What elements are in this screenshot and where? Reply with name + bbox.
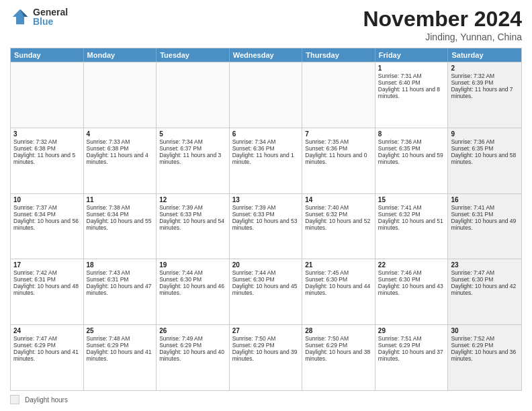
- day-info: Sunset: 6:33 PM: [159, 211, 226, 218]
- calendar-cell: 6Sunrise: 7:34 AMSunset: 6:36 PMDaylight…: [230, 128, 303, 193]
- calendar-cell: 7Sunrise: 7:35 AMSunset: 6:36 PMDaylight…: [302, 128, 375, 193]
- day-number: 17: [13, 261, 81, 269]
- day-info: Daylight: 10 hours and 45 minutes.: [232, 283, 300, 296]
- day-info: Sunrise: 7:47 AM: [13, 335, 81, 342]
- calendar-row: 3Sunrise: 7:32 AMSunset: 6:38 PMDaylight…: [11, 128, 521, 193]
- day-info: Sunset: 6:31 PM: [13, 276, 81, 283]
- calendar-cell: 30Sunrise: 7:52 AMSunset: 6:29 PMDayligh…: [448, 325, 521, 390]
- day-info: Daylight: 10 hours and 36 minutes.: [451, 349, 519, 362]
- calendar-cell: [84, 62, 157, 128]
- day-info: Daylight: 10 hours and 58 minutes.: [451, 152, 519, 165]
- day-info: Daylight: 10 hours and 41 minutes.: [13, 349, 81, 362]
- day-info: Sunrise: 7:43 AM: [87, 269, 154, 276]
- day-info: Daylight: 11 hours and 0 minutes.: [305, 152, 372, 165]
- day-info: Sunrise: 7:52 AM: [451, 335, 519, 342]
- day-info: Daylight: 10 hours and 55 minutes.: [87, 218, 154, 231]
- day-info: Daylight: 10 hours and 49 minutes.: [451, 218, 519, 231]
- day-info: Sunset: 6:34 PM: [13, 211, 81, 218]
- calendar-header-cell: Wednesday: [230, 48, 303, 62]
- day-info: Sunrise: 7:36 AM: [378, 138, 445, 145]
- day-info: Sunrise: 7:33 AM: [87, 138, 154, 145]
- calendar-cell: [157, 62, 230, 128]
- day-info: Sunrise: 7:31 AM: [378, 73, 445, 79]
- day-number: 10: [13, 196, 81, 203]
- day-number: 11: [87, 196, 154, 203]
- day-info: Sunset: 6:31 PM: [87, 276, 154, 283]
- calendar-cell: 24Sunrise: 7:47 AMSunset: 6:29 PMDayligh…: [11, 325, 84, 390]
- day-info: Sunrise: 7:48 AM: [87, 335, 154, 342]
- day-info: Sunset: 6:30 PM: [451, 276, 519, 283]
- page: General Blue November 2024 Jinding, Yunn…: [0, 0, 532, 411]
- day-info: Daylight: 11 hours and 7 minutes.: [451, 86, 519, 99]
- header: General Blue November 2024 Jinding, Yunn…: [10, 7, 522, 42]
- calendar-header-cell: Saturday: [448, 48, 521, 62]
- day-info: Sunrise: 7:34 AM: [232, 138, 300, 145]
- day-number: 24: [13, 327, 81, 334]
- calendar-cell: 26Sunrise: 7:49 AMSunset: 6:29 PMDayligh…: [157, 325, 230, 390]
- calendar-cell: 2Sunrise: 7:32 AMSunset: 6:39 PMDaylight…: [448, 62, 521, 128]
- day-number: 26: [159, 327, 226, 334]
- day-info: Sunrise: 7:41 AM: [378, 204, 445, 211]
- day-info: Sunrise: 7:51 AM: [378, 335, 445, 342]
- day-info: Sunrise: 7:41 AM: [451, 204, 519, 211]
- day-info: Daylight: 10 hours and 42 minutes.: [451, 283, 519, 296]
- day-info: Daylight: 11 hours and 5 minutes.: [13, 152, 81, 165]
- day-number: 29: [378, 327, 445, 334]
- day-info: Sunset: 6:37 PM: [159, 145, 226, 152]
- day-info: Sunset: 6:29 PM: [13, 342, 81, 349]
- calendar-body: 1Sunrise: 7:31 AMSunset: 6:40 PMDaylight…: [11, 62, 521, 390]
- logo-icon: [10, 7, 30, 27]
- calendar-row: 24Sunrise: 7:47 AMSunset: 6:29 PMDayligh…: [11, 324, 521, 390]
- day-info: Sunrise: 7:40 AM: [305, 204, 372, 211]
- day-info: Daylight: 10 hours and 38 minutes.: [305, 349, 372, 362]
- day-info: Sunrise: 7:37 AM: [13, 204, 81, 211]
- calendar-cell: 18Sunrise: 7:43 AMSunset: 6:31 PMDayligh…: [84, 259, 157, 324]
- legend-label: Daylight hours: [25, 396, 68, 404]
- calendar-cell: 20Sunrise: 7:44 AMSunset: 6:30 PMDayligh…: [230, 259, 303, 324]
- calendar-cell: 16Sunrise: 7:41 AMSunset: 6:31 PMDayligh…: [448, 194, 521, 259]
- day-info: Daylight: 10 hours and 52 minutes.: [305, 218, 372, 231]
- calendar-header-cell: Friday: [375, 48, 449, 62]
- day-info: Daylight: 10 hours and 40 minutes.: [159, 349, 226, 362]
- day-number: 18: [87, 261, 154, 269]
- day-info: Sunset: 6:36 PM: [305, 145, 372, 152]
- day-info: Sunrise: 7:39 AM: [232, 204, 300, 211]
- calendar-header-cell: Sunday: [11, 48, 84, 62]
- calendar-cell: 3Sunrise: 7:32 AMSunset: 6:38 PMDaylight…: [11, 128, 84, 193]
- calendar-cell: 14Sunrise: 7:40 AMSunset: 6:32 PMDayligh…: [302, 194, 375, 259]
- day-number: 27: [232, 327, 300, 334]
- day-info: Sunset: 6:30 PM: [305, 276, 372, 283]
- day-number: 22: [378, 261, 445, 269]
- calendar-cell: 10Sunrise: 7:37 AMSunset: 6:34 PMDayligh…: [11, 194, 84, 259]
- day-number: 1: [378, 64, 445, 72]
- day-info: Sunset: 6:32 PM: [305, 211, 372, 218]
- calendar-cell: 27Sunrise: 7:50 AMSunset: 6:29 PMDayligh…: [230, 325, 303, 390]
- day-info: Sunset: 6:36 PM: [232, 145, 300, 152]
- day-info: Sunset: 6:31 PM: [451, 211, 519, 218]
- day-info: Sunrise: 7:42 AM: [13, 269, 81, 276]
- day-info: Sunrise: 7:50 AM: [305, 335, 372, 342]
- calendar-cell: 11Sunrise: 7:38 AMSunset: 6:34 PMDayligh…: [84, 194, 157, 259]
- day-info: Daylight: 11 hours and 4 minutes.: [87, 152, 154, 165]
- day-info: Sunset: 6:29 PM: [232, 342, 300, 349]
- day-info: Sunset: 6:29 PM: [159, 342, 226, 349]
- day-info: Sunrise: 7:49 AM: [159, 335, 226, 342]
- calendar-header: SundayMondayTuesdayWednesdayThursdayFrid…: [11, 48, 521, 62]
- calendar-cell: 19Sunrise: 7:44 AMSunset: 6:30 PMDayligh…: [157, 259, 230, 324]
- calendar-header-cell: Tuesday: [157, 48, 230, 62]
- day-info: Sunset: 6:33 PM: [232, 211, 300, 218]
- calendar-cell: 15Sunrise: 7:41 AMSunset: 6:32 PMDayligh…: [375, 194, 449, 259]
- day-info: Daylight: 10 hours and 43 minutes.: [378, 283, 445, 296]
- day-number: 12: [159, 196, 226, 203]
- day-number: 7: [305, 130, 372, 138]
- day-info: Sunrise: 7:34 AM: [159, 138, 226, 145]
- day-info: Sunset: 6:30 PM: [232, 276, 300, 283]
- day-info: Daylight: 11 hours and 3 minutes.: [159, 152, 226, 165]
- day-info: Daylight: 10 hours and 56 minutes.: [13, 218, 81, 231]
- calendar-cell: 21Sunrise: 7:45 AMSunset: 6:30 PMDayligh…: [302, 259, 375, 324]
- day-info: Sunset: 6:38 PM: [13, 145, 81, 152]
- day-info: Sunset: 6:30 PM: [159, 276, 226, 283]
- day-number: 5: [159, 130, 226, 138]
- calendar-cell: 12Sunrise: 7:39 AMSunset: 6:33 PMDayligh…: [157, 194, 230, 259]
- day-number: 28: [305, 327, 372, 334]
